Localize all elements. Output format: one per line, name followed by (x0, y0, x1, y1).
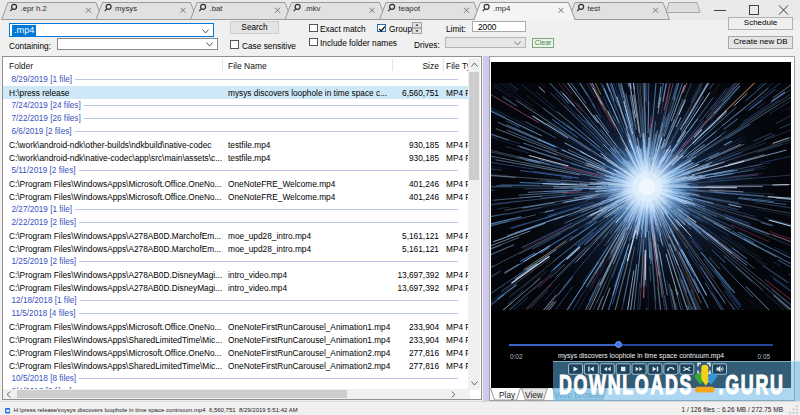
svg-text:Web Browser: Web Browser (555, 389, 605, 399)
svg-text:.mkv: .mkv (304, 4, 321, 13)
svg-text:test: test (588, 4, 601, 13)
svg-text:.mp4: .mp4 (493, 4, 511, 13)
svg-text:teapot: teapot (399, 4, 422, 13)
svg-text:mysys: mysys (115, 4, 137, 13)
svg-text:Play: Play (499, 389, 516, 399)
svg-text:.epr h.2: .epr h.2 (21, 4, 47, 13)
svg-text:.bat: .bat (210, 4, 224, 13)
svg-text:View: View (525, 389, 544, 399)
